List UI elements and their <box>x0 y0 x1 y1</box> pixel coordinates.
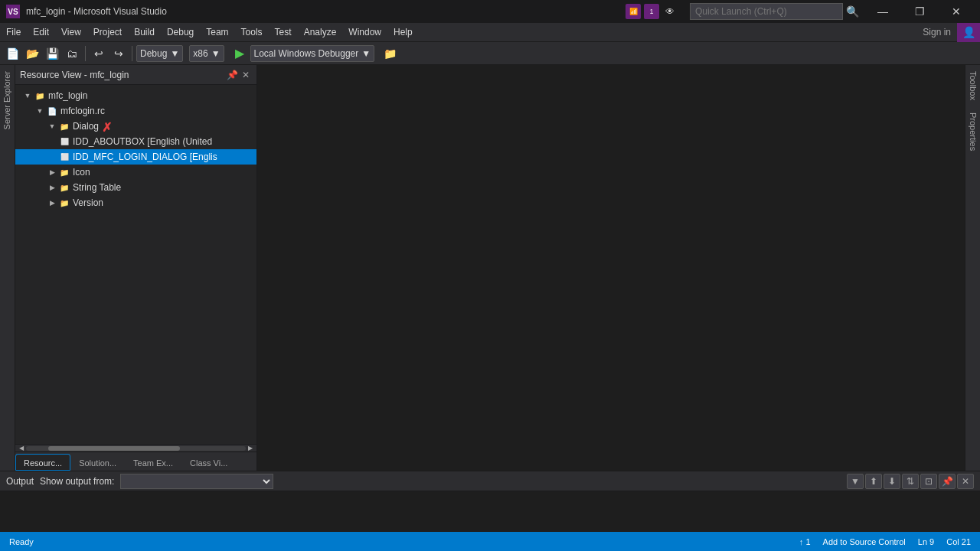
output-scroll-up-button[interactable]: ⬆ <box>865 474 882 489</box>
menu-view[interactable]: View <box>55 23 87 41</box>
tree-version-node[interactable]: ▶ 📁 Version <box>15 195 256 210</box>
dialog-folder-icon: 📁 <box>58 120 70 132</box>
signal-icon: 📶 <box>626 4 641 19</box>
start-debug-button[interactable]: ▶ <box>230 44 249 63</box>
icon-label: Icon <box>73 167 90 178</box>
tree-idd-login-dialog[interactable]: ⬜ IDD_MFC_LOGIN_DIALOG [Englis <box>15 149 256 165</box>
add-source-control-label: ↑ 1 <box>796 537 814 546</box>
save-button[interactable]: 💾 <box>43 44 61 63</box>
string-table-label: String Table <box>73 182 121 193</box>
dialog-toggle[interactable]: ▼ <box>46 120 58 132</box>
quick-launch: 🔍 <box>690 3 859 20</box>
tree-string-table-node[interactable]: ▶ 📁 String Table <box>15 180 256 195</box>
output-title: Output <box>6 476 34 487</box>
menu-test[interactable]: Test <box>269 23 298 41</box>
debug-target-dropdown[interactable]: Local Windows Debugger ▼ <box>250 45 375 62</box>
status-right: ↑ 1 Add to Source Control Ln 9 Col 21 <box>796 537 974 546</box>
maximize-button[interactable]: ❐ <box>902 0 937 23</box>
scrollbar-track[interactable] <box>26 446 246 451</box>
tree-dialog-node[interactable]: ▼ 📁 Dialog ✗ <box>15 119 256 134</box>
icon-toggle[interactable]: ▶ <box>46 166 58 178</box>
rc-file-label: mfclogin.rc <box>60 106 105 116</box>
string-table-folder-icon: 📁 <box>58 181 70 194</box>
status-ready: Ready <box>6 537 37 546</box>
menu-window[interactable]: Window <box>342 23 387 41</box>
dialog-item-icon-1: ⬜ <box>58 135 70 148</box>
user-avatar[interactable]: 👤 <box>957 23 980 42</box>
show-output-from-label: Show output from: <box>40 476 114 487</box>
output-source-dropdown[interactable] <box>120 474 273 489</box>
source-control-text: Add to Source Control <box>820 537 909 546</box>
rc-toggle[interactable]: ▼ <box>34 105 46 117</box>
platform-label: x86 <box>193 48 207 59</box>
quick-launch-input[interactable] <box>690 3 843 20</box>
window-title: mfc_login - Microsoft Visual Studio <box>26 6 619 17</box>
menu-tools[interactable]: Tools <box>235 23 269 41</box>
debug-mode-label: Debug <box>140 48 167 59</box>
tab-resource[interactable]: Resourc... <box>15 454 70 471</box>
tree-root[interactable]: ▼ 📁 mfc_login <box>15 88 256 103</box>
output-wrap-button[interactable]: ⊡ <box>920 474 937 489</box>
tab-team-explorer[interactable]: Team Ex... <box>125 454 181 471</box>
close-button[interactable]: ✕ <box>939 0 974 23</box>
redo-button[interactable]: ↪ <box>109 44 128 63</box>
open-button[interactable]: 📂 <box>23 44 41 63</box>
panel-controls: 📌 ✕ <box>226 69 252 81</box>
user-icon: 👤 <box>962 26 975 38</box>
scrollbar-thumb[interactable] <box>48 446 180 451</box>
output-pane: Output Show output from: ▼ ⬆ ⬇ ⇅ ⊡ 📌 ✕ <box>0 471 980 532</box>
server-explorer-tab[interactable]: Server Explorer <box>0 65 15 135</box>
output-scroll-down-button[interactable]: ▼ <box>847 474 864 489</box>
new-button[interactable]: 📄 <box>3 44 21 63</box>
menu-help[interactable]: Help <box>387 23 419 41</box>
output-close-button[interactable]: ✕ <box>957 474 974 489</box>
root-label: mfc_login <box>48 90 87 101</box>
platform-chevron: ▼ <box>211 48 220 59</box>
tree-icon-node[interactable]: ▶ 📁 Icon <box>15 165 256 180</box>
tree-idd-aboutbox[interactable]: ⬜ IDD_ABOUTBOX [English (United <box>15 134 256 149</box>
platform-dropdown[interactable]: x86 ▼ <box>189 45 224 62</box>
root-folder-icon: 📁 <box>34 90 46 102</box>
tab-solution[interactable]: Solution... <box>70 454 125 471</box>
menu-bar: File Edit View Project Build Debug Team … <box>0 23 980 42</box>
status-bar: Ready ↑ 1 Add to Source Control Ln 9 Col… <box>0 532 980 551</box>
toolbox-tab[interactable]: Toolbox <box>965 65 980 106</box>
notify-area: 📶 1 👁 <box>626 4 678 19</box>
version-folder-icon: 📁 <box>58 197 70 209</box>
menu-analyze[interactable]: Analyze <box>298 23 343 41</box>
tree-rc-file[interactable]: ▼ 📄 mfclogin.rc <box>15 103 256 119</box>
status-col: Col 21 <box>943 537 974 546</box>
resource-panel-header: Resource View - mfc_login 📌 ✕ <box>15 65 256 85</box>
undo-button[interactable]: ↩ <box>90 44 108 63</box>
resource-panel: Resource View - mfc_login 📌 ✕ ▼ 📁 mfc_lo… <box>15 65 257 471</box>
save-all-button[interactable]: 🗂 <box>63 44 81 63</box>
minimize-button[interactable]: — <box>865 0 900 23</box>
menu-build[interactable]: Build <box>128 23 161 41</box>
output-controls: ▼ ⬆ ⬇ ⇅ ⊡ 📌 ✕ <box>847 474 974 489</box>
menu-file[interactable]: File <box>0 23 27 41</box>
debug-mode-dropdown[interactable]: Debug ▼ <box>136 45 183 62</box>
pin-panel-button[interactable]: 📌 <box>226 69 238 81</box>
menu-edit[interactable]: Edit <box>27 23 55 41</box>
menu-team[interactable]: Team <box>200 23 234 41</box>
rc-file-icon: 📄 <box>46 105 58 117</box>
menu-project[interactable]: Project <box>87 23 128 41</box>
toolbar-sep-2 <box>132 46 132 61</box>
title-bar: VS mfc_login - Microsoft Visual Studio 📶… <box>0 0 980 23</box>
main-area: Server Explorer Resource View - mfc_logi… <box>0 65 980 471</box>
panel-scrollbar: ◀ ▶ <box>15 444 256 452</box>
output-scroll-both-button[interactable]: ⇅ <box>902 474 919 489</box>
left-tabs: Server Explorer <box>0 65 15 471</box>
tab-class-view[interactable]: Class Vi... <box>181 454 236 471</box>
output-pin-button[interactable]: 📌 <box>939 474 956 489</box>
output-header: Output Show output from: ▼ ⬆ ⬇ ⇅ ⊡ 📌 ✕ <box>0 471 980 491</box>
menu-debug[interactable]: Debug <box>161 23 200 41</box>
tree-root-toggle[interactable]: ▼ <box>21 90 34 102</box>
sign-in-link[interactable]: Sign in <box>923 27 957 37</box>
version-toggle[interactable]: ▶ <box>46 197 58 209</box>
folder-button[interactable]: 📁 <box>381 44 399 63</box>
output-scroll-up-2-button[interactable]: ⬇ <box>884 474 900 489</box>
properties-tab[interactable]: Properties <box>965 106 980 157</box>
close-panel-button[interactable]: ✕ <box>240 69 252 81</box>
string-table-toggle[interactable]: ▶ <box>46 181 58 194</box>
